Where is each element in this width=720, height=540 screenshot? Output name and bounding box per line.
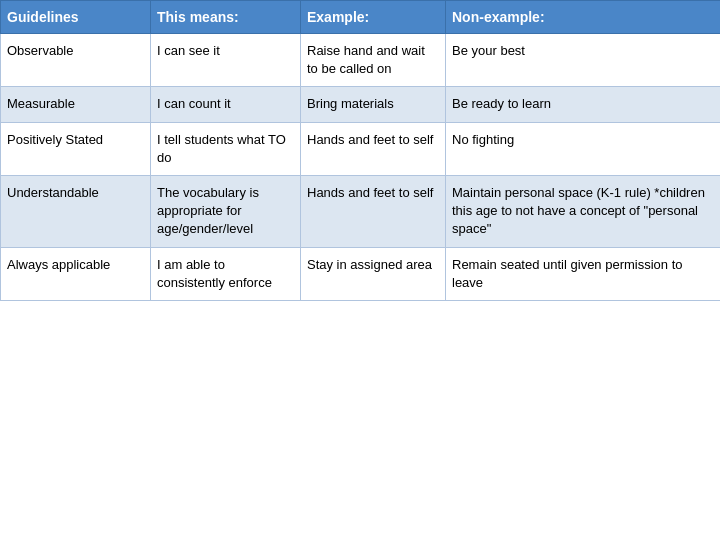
cell-nonexample: Be your best: [446, 34, 721, 87]
cell-guideline: Understandable: [1, 175, 151, 247]
cell-nonexample: No fighting: [446, 122, 721, 175]
table-row: Positively StatedI tell students what TO…: [1, 122, 721, 175]
cell-means: I tell students what TO do: [151, 122, 301, 175]
header-this-means: This means:: [151, 1, 301, 34]
cell-example: Raise hand and wait to be called on: [301, 34, 446, 87]
cell-example: Bring materials: [301, 87, 446, 122]
cell-nonexample: Remain seated until given permission to …: [446, 247, 721, 300]
guidelines-table: Guidelines This means: Example: Non-exam…: [0, 0, 720, 301]
table-row: MeasurableI can count itBring materialsB…: [1, 87, 721, 122]
cell-nonexample: Maintain personal space (K-1 rule) *chil…: [446, 175, 721, 247]
cell-means: The vocabulary is appropriate for age/ge…: [151, 175, 301, 247]
header-guidelines: Guidelines: [1, 1, 151, 34]
table-row: UnderstandableThe vocabulary is appropri…: [1, 175, 721, 247]
cell-guideline: Always applicable: [1, 247, 151, 300]
cell-example: Hands and feet to self: [301, 175, 446, 247]
header-row: Guidelines This means: Example: Non-exam…: [1, 1, 721, 34]
cell-example: Stay in assigned area: [301, 247, 446, 300]
cell-guideline: Positively Stated: [1, 122, 151, 175]
table-row: ObservableI can see itRaise hand and wai…: [1, 34, 721, 87]
table-row: Always applicableI am able to consistent…: [1, 247, 721, 300]
cell-means: I can see it: [151, 34, 301, 87]
cell-means: I can count it: [151, 87, 301, 122]
cell-guideline: Measurable: [1, 87, 151, 122]
cell-nonexample: Be ready to learn: [446, 87, 721, 122]
cell-guideline: Observable: [1, 34, 151, 87]
header-non-example: Non-example:: [446, 1, 721, 34]
cell-means: I am able to consistently enforce: [151, 247, 301, 300]
header-example: Example:: [301, 1, 446, 34]
cell-example: Hands and feet to self: [301, 122, 446, 175]
